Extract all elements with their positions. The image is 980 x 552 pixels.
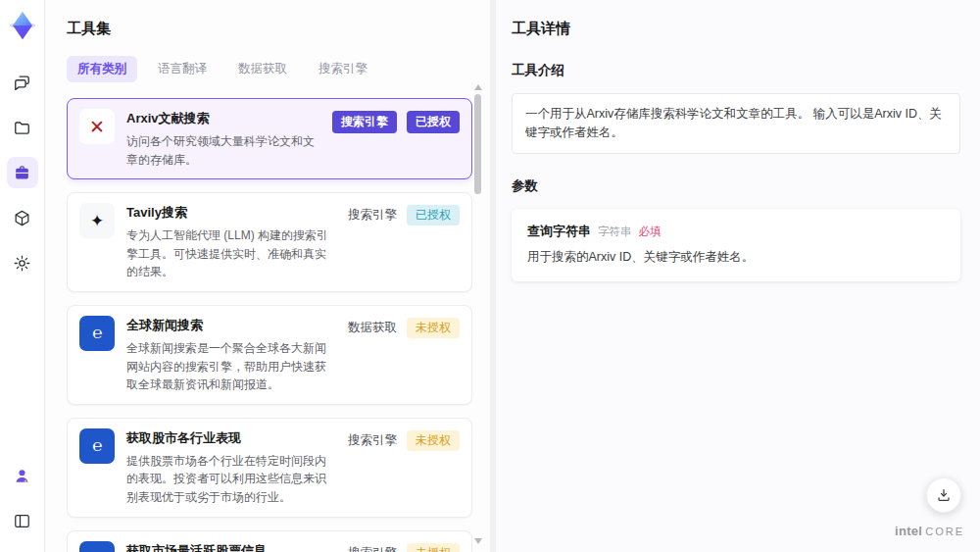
tool-card-body: 获取股市各行业表现 提供股票市场各个行业在特定时间段内的表现。投资者可以利用这些… <box>126 428 336 507</box>
tool-category-badge: 搜索引擎 <box>348 543 397 552</box>
nav-cube-icon[interactable] <box>7 202 38 233</box>
parameter-header: 查询字符串 字符串 必填 <box>527 223 945 240</box>
nav-briefcase-icon[interactable] <box>7 157 38 188</box>
tool-list: ✕ Arxiv文献搜索 访问各个研究领域大量科学论文和文章的存储库。 搜索引擎 … <box>67 98 472 552</box>
category-tab-0[interactable]: 所有类别 <box>67 56 137 82</box>
tool-meta: 搜索引擎 未授权 <box>348 543 460 552</box>
parameter-required-badge: 必填 <box>639 225 662 239</box>
tool-list-panel: 工具集 所有类别 语言翻译 数据获取 搜索引擎 ✕ Arxiv文献搜索 访问各个… <box>45 0 490 552</box>
tool-status-badge: 未授权 <box>407 430 460 451</box>
scroll-down-arrow-icon[interactable] <box>474 538 482 544</box>
tool-status-badge: 未授权 <box>407 318 460 338</box>
user-avatar-icon[interactable] <box>7 460 38 491</box>
toggle-panel-icon[interactable] <box>7 505 38 536</box>
tool-name: Arxiv文献搜索 <box>126 110 320 127</box>
tool-meta: 数据获取 未授权 <box>348 318 460 394</box>
tool-card[interactable]: ✕ Arxiv文献搜索 访问各个研究领域大量科学论文和文章的存储库。 搜索引擎 … <box>67 98 472 179</box>
tool-card[interactable]: ℮ 获取市场最活跃股票信息 提供当天交易量最高的股票列表。投资者可以利用这些信息… <box>67 530 472 552</box>
tavily-icon: ✦ <box>79 203 115 238</box>
parameter-type: 字符串 <box>598 225 632 239</box>
scroll-up-arrow-icon[interactable] <box>474 84 482 90</box>
nav-chat-icon[interactable] <box>7 67 38 98</box>
tool-card-body: Arxiv文献搜索 访问各个研究领域大量科学论文和文章的存储库。 <box>126 109 320 169</box>
tool-card[interactable]: ℮ 全球新闻搜索 全球新闻搜索是一个聚合全球各大新闻网站内容的搜索引擎，帮助用户… <box>67 305 472 405</box>
tool-category-badge: 数据获取 <box>348 318 397 338</box>
tool-name: 全球新闻搜索 <box>126 317 336 334</box>
params-section-title: 参数 <box>512 177 960 195</box>
scrollbar-thumb[interactable] <box>474 94 481 194</box>
tool-meta: 搜索引擎 未授权 <box>348 430 460 507</box>
app-icon: ℮ <box>79 541 115 552</box>
tool-name: Tavily搜索 <box>126 204 336 222</box>
download-button[interactable] <box>926 477 961 513</box>
tool-intro-text: 一个用于从Arxiv存储库搜索科学论文和文章的工具。 输入可以是Arxiv ID… <box>512 93 960 154</box>
category-tab-1[interactable]: 语言翻译 <box>147 56 218 82</box>
tool-status-badge: 已授权 <box>407 205 460 226</box>
tool-category-badge: 搜索引擎 <box>332 111 397 133</box>
intel-wordmark: intel <box>895 524 922 538</box>
tool-detail-panel: 工具详情 工具介绍 一个用于从Arxiv存储库搜索科学论文和文章的工具。 输入可… <box>496 0 980 552</box>
tool-card[interactable]: ✦ Tavily搜索 专为人工智能代理 (LLM) 构建的搜索引擎工具。可快速提… <box>67 192 472 292</box>
app-icon: ℮ <box>79 316 115 351</box>
tool-name: 获取市场最活跃股票信息 <box>126 542 336 552</box>
nav-gear-icon[interactable] <box>7 247 38 278</box>
tool-description: 全球新闻搜索是一个聚合全球各大新闻网站内容的搜索引擎，帮助用户快速获取全球最新资… <box>126 339 336 394</box>
parameter-card: 查询字符串 字符串 必填 用于搜索的Arxiv ID、关键字或作者姓名。 <box>512 209 960 281</box>
page-title: 工具集 <box>67 20 490 38</box>
tool-status-badge: 已授权 <box>407 111 460 133</box>
tool-card-body: Tavily搜索 专为人工智能代理 (LLM) 构建的搜索引擎工具。可快速提供实… <box>126 203 336 281</box>
category-tab-2[interactable]: 数据获取 <box>227 56 298 82</box>
tool-category-badge: 搜索引擎 <box>348 430 397 451</box>
tool-description: 专为人工智能代理 (LLM) 构建的搜索引擎工具。可快速提供实时、准确和真实的结… <box>126 226 336 281</box>
category-tabs: 所有类别 语言翻译 数据获取 搜索引擎 <box>67 56 490 82</box>
intro-section-title: 工具介绍 <box>512 62 960 79</box>
app-window: 工具集 所有类别 语言翻译 数据获取 搜索引擎 ✕ Arxiv文献搜索 访问各个… <box>0 0 980 552</box>
tool-name: 获取股市各行业表现 <box>126 429 336 447</box>
tool-meta: 搜索引擎 已授权 <box>332 111 460 169</box>
tool-card-body: 全球新闻搜索 全球新闻搜索是一个聚合全球各大新闻网站内容的搜索引擎，帮助用户快速… <box>126 316 336 394</box>
tool-description: 访问各个研究领域大量科学论文和文章的存储库。 <box>126 132 320 169</box>
nav-folder-icon[interactable] <box>7 112 38 143</box>
download-icon <box>936 487 952 503</box>
tool-status-badge: 未授权 <box>407 543 460 552</box>
core-wordmark: CORE <box>925 526 964 537</box>
tool-category-badge: 搜索引擎 <box>348 205 397 226</box>
parameter-description: 用于搜索的Arxiv ID、关键字或作者姓名。 <box>527 249 945 266</box>
app-icon: ℮ <box>79 428 115 464</box>
tool-description: 提供股票市场各个行业在特定时间段内的表现。投资者可以利用这些信息来识别表现优于或… <box>126 452 336 507</box>
arxiv-icon: ✕ <box>79 109 115 144</box>
category-tab-3[interactable]: 搜索引擎 <box>308 56 378 82</box>
left-rail <box>0 0 45 552</box>
list-scrollbar[interactable] <box>473 84 481 544</box>
tool-meta: 搜索引擎 已授权 <box>348 205 460 281</box>
tool-card-body: 获取市场最活跃股票信息 提供当天交易量最高的股票列表。投资者可以利用这些信息来识… <box>126 541 336 552</box>
tool-card[interactable]: ℮ 获取股市各行业表现 提供股票市场各个行业在特定时间段内的表现。投资者可以利用… <box>67 418 472 518</box>
parameter-name: 查询字符串 <box>527 223 591 240</box>
detail-title: 工具详情 <box>512 20 960 38</box>
intel-core-logo: intel CORE <box>895 524 964 538</box>
app-logo-icon <box>5 8 40 43</box>
